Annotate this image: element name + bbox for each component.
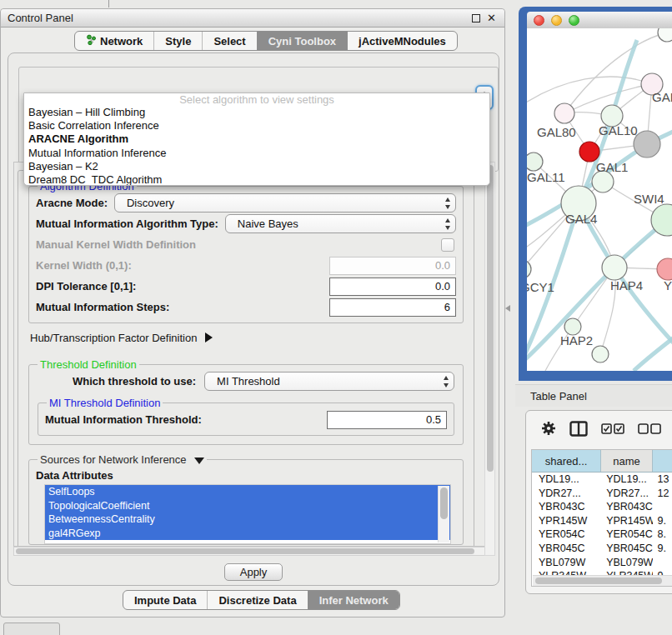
horizontal-scrollbar-thumb[interactable] xyxy=(16,548,474,554)
tab-style[interactable]: Style xyxy=(153,32,202,50)
table-cell: YDR27... xyxy=(532,487,601,501)
column-header-clipped[interactable] xyxy=(653,450,672,472)
network-node[interactable] xyxy=(554,103,574,123)
panel-collapse-arrow-icon[interactable] xyxy=(505,305,510,312)
table-row[interactable]: YER054CYER054C8. xyxy=(532,528,672,542)
tab-discretize-data[interactable]: Discretize Data xyxy=(207,591,307,609)
gear-icon[interactable] xyxy=(541,421,556,439)
dropdown-item-aracne-algorithm[interactable]: ARACNE Algorithm xyxy=(24,132,489,146)
table-row[interactable]: YDL19...YDL19...13 xyxy=(532,472,672,487)
settings-scroll-viewport: Cyni Algorithm Settings Algorithm Defini… xyxy=(13,162,487,547)
vertical-scrollbar-thumb[interactable] xyxy=(487,165,494,472)
list-scrollbar-thumb[interactable] xyxy=(440,488,448,519)
mi-type-value: Naive Bayes xyxy=(226,218,298,230)
control-panel-window: Control Panel ✕ gal-filtered sif default… xyxy=(0,8,505,618)
control-panel-tabbar: NetworkStyleSelectCyni ToolboxjActiveMNo… xyxy=(74,31,458,51)
apply-button[interactable]: Apply xyxy=(224,563,283,581)
tab-label: jActiveMNodules xyxy=(359,35,446,48)
network-node[interactable] xyxy=(579,142,599,162)
mi-steps-field[interactable] xyxy=(329,298,456,317)
dropdown-item-bayesian-hill-climbing[interactable]: Bayesian – Hill Climbing xyxy=(24,106,489,119)
table-header-row: shared...name xyxy=(532,450,672,472)
tab-label: Cyni Toolbox xyxy=(268,35,336,48)
node-label-gal: GAL xyxy=(652,90,672,104)
minimize-traffic-light[interactable] xyxy=(551,15,562,26)
minimized-window-fragment[interactable] xyxy=(3,622,60,635)
select-all-checks-icon[interactable] xyxy=(601,422,624,438)
dropdown-placeholder: Select algorithm to view settings xyxy=(24,94,489,106)
node-label-gal11: GAL11 xyxy=(527,170,565,184)
column-header-shared[interactable]: shared... xyxy=(532,450,601,472)
table-cell: YER054C xyxy=(532,528,601,542)
network-node[interactable] xyxy=(564,318,581,335)
which-threshold-combobox[interactable]: MI Threshold xyxy=(204,372,454,391)
table-scrollbar-thumb[interactable] xyxy=(535,578,662,584)
cyni-toolbox-panel: gal-filtered sif default node Cyni Algor… xyxy=(8,52,499,586)
table-row[interactable]: YPR145WYPR145W9. xyxy=(532,514,672,528)
aracne-mode-value: Discovery xyxy=(115,197,174,209)
attribute-item-topologicalcoefficient[interactable]: TopologicalCoefficient xyxy=(45,499,450,513)
node-label-gal1: GAL1 xyxy=(596,160,628,174)
tab-network[interactable]: Network xyxy=(75,32,153,50)
tab-impute-data[interactable]: Impute Data xyxy=(123,591,207,609)
dpi-tolerance-field[interactable] xyxy=(329,278,456,296)
close-icon[interactable]: ✕ xyxy=(487,14,496,22)
attribute-item-betweennesscentrality[interactable]: BetweennessCentrality xyxy=(45,512,450,527)
hub-definition-label: Hub/Transcription Factor Definition xyxy=(30,332,197,344)
tab-jactivemnodules[interactable]: jActiveMNodules xyxy=(347,32,457,50)
tab-infer-network[interactable]: Infer Network xyxy=(308,591,399,609)
network-node[interactable] xyxy=(634,131,660,158)
attribute-item-gal4rgexp[interactable]: gal4RGexp xyxy=(45,527,450,541)
hub-definition-expander[interactable]: Hub/Transcription Factor Definition xyxy=(23,327,469,348)
float-window-icon[interactable] xyxy=(472,14,480,22)
manual-kernel-checkbox[interactable] xyxy=(441,238,454,252)
cyni-mode-tabbar: Impute DataDiscretize DataInfer Network xyxy=(123,590,400,610)
table-horizontal-scrollbar xyxy=(533,575,672,586)
cyni-algorithm-settings-group: Cyni Algorithm Settings Algorithm Defini… xyxy=(18,164,474,547)
dropdown-item-basic-correlation-inference[interactable]: Basic Correlation Inference xyxy=(24,119,489,132)
aracne-mode-combobox[interactable]: Discovery xyxy=(114,193,456,212)
table-row[interactable]: YBR045CYBR045C9. xyxy=(532,542,672,556)
sources-title[interactable]: Sources for Network Inference xyxy=(38,453,207,466)
dropdown-item-bayesian-k2[interactable]: Bayesian – K2 xyxy=(24,160,489,173)
network-node[interactable] xyxy=(657,258,672,280)
desktop: Control Panel ✕ gal-filtered sif default… xyxy=(0,0,672,635)
deselect-all-checks-icon[interactable] xyxy=(638,422,661,438)
tab-cyni-toolbox[interactable]: Cyni Toolbox xyxy=(257,32,347,50)
network-canvas[interactable]: GALGAL80GAL10GAL1GAL11SWI4GAL4GCY1HAP4YH… xyxy=(527,28,672,371)
kernel-width-field[interactable] xyxy=(329,257,456,275)
close-traffic-light[interactable] xyxy=(534,15,544,26)
attribute-item-selfloops[interactable]: SelfLoops xyxy=(45,485,450,499)
node-label-swi4: SWI4 xyxy=(634,192,664,206)
network-node[interactable] xyxy=(592,346,609,362)
tab-select[interactable]: Select xyxy=(202,32,256,50)
table-row[interactable]: YBR043CYBR043C xyxy=(532,500,672,514)
network-node[interactable] xyxy=(602,255,627,280)
data-attributes-list[interactable]: SelfLoopsTopologicalCoefficientBetweenne… xyxy=(44,484,451,544)
network-tab-icon xyxy=(86,34,97,48)
table-row[interactable]: YBL079WYBL079W xyxy=(532,556,672,570)
zoom-traffic-light[interactable] xyxy=(569,15,579,26)
table-cell: YDL19... xyxy=(601,472,652,487)
split-columns-icon[interactable] xyxy=(569,421,588,440)
network-node[interactable] xyxy=(527,260,531,278)
mi-steps-label: Mutual Information Steps: xyxy=(36,301,169,313)
mi-type-combobox[interactable]: Naive Bayes xyxy=(225,214,456,233)
dropdown-item-mutual-information-inference[interactable]: Mutual Information Inference xyxy=(24,147,489,160)
table-row[interactable]: YDR27...YDR27...12 xyxy=(532,487,672,501)
network-node[interactable] xyxy=(658,28,672,42)
table-cell: YDL19... xyxy=(532,472,601,487)
table-cell xyxy=(653,500,672,514)
table-cell: YBR045C xyxy=(601,542,652,556)
mi-threshold-field[interactable] xyxy=(327,411,447,429)
settings-vertical-scrollbar xyxy=(484,162,495,556)
tab-label: Style xyxy=(165,35,191,48)
table-cell: YDR27... xyxy=(601,487,652,501)
dropdown-item-dream8-dc-tdc-algorithm[interactable]: Dream8 DC_TDC Algorithm xyxy=(24,173,489,186)
network-node[interactable] xyxy=(527,152,543,171)
control-panel-titlebar: Control Panel ✕ xyxy=(1,9,504,28)
table-cell: 13 xyxy=(653,472,672,487)
column-header-name[interactable]: name xyxy=(601,450,653,472)
combobox-stepper-icon xyxy=(443,376,450,388)
background-window-edge xyxy=(108,0,109,8)
